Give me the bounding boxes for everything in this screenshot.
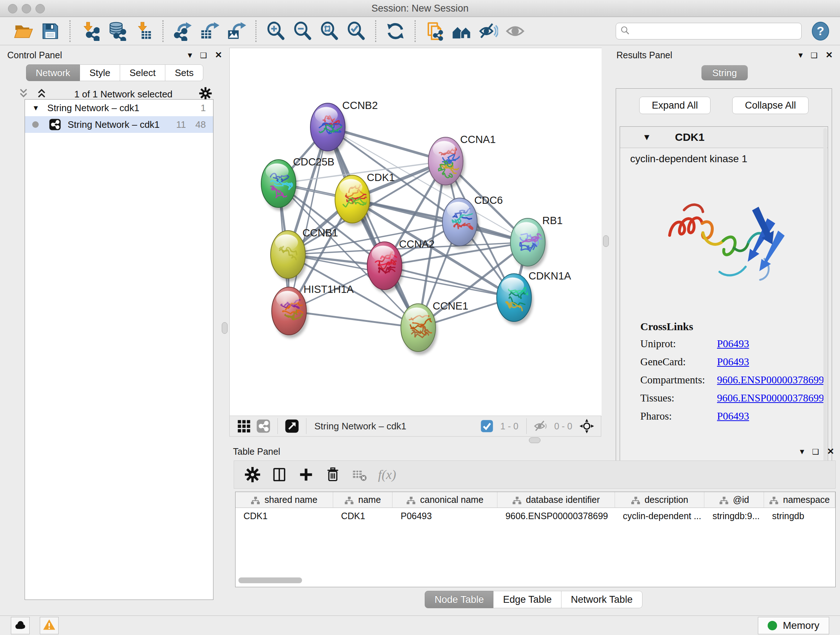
crosslink-link[interactable]: P06493	[717, 356, 749, 368]
table-settings-icon[interactable]	[243, 465, 262, 484]
node-label-CDC6: CDC6	[474, 195, 503, 206]
search-input[interactable]	[633, 26, 798, 36]
table-panel-close-icon[interactable]: ✕	[827, 447, 834, 456]
warnings-button[interactable]	[40, 617, 58, 634]
results-scrollbar[interactable]	[823, 128, 827, 463]
node-RB1[interactable]: RB1	[510, 215, 562, 269]
crosslink-label: Uniprot:	[640, 338, 717, 350]
column-header-name[interactable]: name	[333, 492, 393, 508]
control-panel-float-icon[interactable]: ❑	[200, 51, 207, 59]
tab-network-table[interactable]: Network Table	[561, 591, 643, 608]
help-icon[interactable]: ?	[811, 22, 830, 41]
network-canvas[interactable]: CCNB2 CCNA1 CDC25B CDK1 CDC6	[229, 48, 602, 416]
export-table-icon[interactable]	[198, 20, 221, 42]
table-cell: cyclin-dependent ...	[615, 508, 705, 524]
first-neighbors-icon[interactable]	[450, 20, 473, 42]
zoom-out-icon[interactable]	[291, 20, 314, 42]
column-header-canonical-name[interactable]: canonical name	[393, 492, 497, 508]
import-network-database-icon[interactable]	[105, 20, 128, 42]
crosslink-link[interactable]: 9606.ENSP00000378699	[717, 374, 824, 386]
import-network-file-icon[interactable]	[79, 20, 101, 42]
column-header-shared-name[interactable]: shared name	[235, 492, 333, 508]
crosslinks-heading: CrossLinks	[640, 320, 828, 333]
control-panel-menu-icon[interactable]: ▾	[188, 51, 192, 59]
protein-card-header[interactable]: ▼ CDK1	[620, 127, 828, 148]
expand-all-button[interactable]: Expand All	[639, 97, 711, 114]
left-splitter-handle[interactable]	[222, 322, 227, 334]
split-columns-icon[interactable]	[270, 465, 289, 484]
results-panel-float-icon[interactable]: ❑	[811, 51, 818, 59]
main-toolbar: ?	[0, 17, 840, 45]
hide-selected-icon[interactable]	[477, 20, 500, 42]
table-hscrollbar-thumb[interactable]	[238, 578, 302, 583]
delete-column-icon[interactable]	[324, 465, 342, 484]
control-panel: Control Panel ▾ ❑ ✕ NetworkStyleSelectSe…	[4, 48, 225, 613]
crosslink-link[interactable]: 9606.ENSP00000378699	[717, 392, 824, 404]
table-toolbar: f(x)	[234, 461, 836, 489]
table-panel-float-icon[interactable]: ❑	[812, 448, 819, 455]
export-image-icon[interactable]	[225, 20, 248, 42]
collapse-all-button[interactable]: Collapse All	[732, 97, 808, 114]
toolbar-separator	[375, 20, 376, 42]
add-column-icon[interactable]	[297, 465, 316, 484]
table-row[interactable]: CDK1CDK1P064939606.ENSP00000378699cyclin…	[235, 508, 835, 524]
network-graph[interactable]: CCNB2 CCNA1 CDC25B CDK1 CDC6	[230, 48, 602, 416]
column-header-@id[interactable]: @id	[704, 492, 764, 508]
node-CDC6[interactable]: CDC6	[442, 195, 503, 249]
crosslinks-rows: Uniprot: P06493 GeneCard: P06493 Compart…	[640, 338, 828, 422]
zoom-selected-icon[interactable]	[345, 20, 367, 42]
collection-expand-icon[interactable]: ▼	[32, 104, 39, 112]
crosslink-link[interactable]: P06493	[717, 410, 749, 422]
zoom-in-icon[interactable]	[264, 20, 287, 42]
crosslink-label: Compartments:	[640, 374, 717, 386]
node-CCNA1[interactable]: CCNA1	[428, 134, 496, 188]
open-session-icon[interactable]	[12, 20, 35, 42]
toolbar-separator	[256, 20, 256, 42]
tab-network[interactable]: Network	[26, 65, 80, 81]
export-network-icon[interactable]	[172, 20, 194, 42]
node-CCNB2[interactable]: CCNB2	[310, 100, 378, 154]
right-splitter-handle[interactable]	[603, 235, 609, 247]
network-collection-row[interactable]: ▼ String Network – cdk1 1	[25, 100, 213, 116]
tab-string[interactable]: String	[701, 65, 748, 80]
network-row[interactable]: String Network – cdk1 11 48	[25, 116, 213, 133]
memory-status-dot	[767, 621, 777, 630]
clone-network-icon[interactable]	[424, 20, 446, 42]
cloud-status-button[interactable]	[11, 617, 30, 634]
memory-button[interactable]: Memory	[758, 617, 829, 634]
import-table-file-icon[interactable]	[132, 20, 155, 42]
zoom-fit-icon[interactable]	[318, 20, 340, 42]
detach-view-icon[interactable]	[284, 418, 300, 434]
column-header-namespace[interactable]: namespace	[764, 492, 835, 508]
node-CCNE1[interactable]: CCNE1	[401, 300, 468, 355]
tab-node-table[interactable]: Node Table	[425, 591, 493, 608]
column-header-label: canonical name	[420, 494, 483, 505]
fit-selected-target-icon[interactable]	[579, 418, 595, 434]
horizontal-splitter-handle[interactable]	[529, 437, 540, 443]
control-panel-close-icon[interactable]: ✕	[215, 51, 222, 59]
column-type-icon	[631, 496, 640, 504]
table-cell: CDK1	[235, 508, 333, 524]
tab-sets[interactable]: Sets	[165, 65, 203, 81]
save-session-icon[interactable]	[39, 20, 62, 42]
node-HIST1H1A[interactable]: HIST1H1A	[272, 283, 354, 338]
selected-checkbox[interactable]	[479, 418, 495, 434]
title-bar: Session: New Session	[0, 0, 840, 17]
node-CCNB1[interactable]: CCNB1	[271, 227, 338, 282]
birdseye-share-icon[interactable]	[256, 418, 271, 434]
protein-collapse-icon[interactable]: ▼	[643, 132, 651, 142]
tab-select[interactable]: Select	[120, 65, 165, 81]
table-panel-menu-icon[interactable]: ▾	[800, 447, 804, 456]
node-CDKN1A[interactable]: CDKN1A	[497, 270, 571, 325]
column-header-description[interactable]: description	[615, 492, 705, 508]
tab-style[interactable]: Style	[80, 65, 120, 81]
results-panel-close-icon[interactable]: ✕	[826, 51, 833, 59]
memory-label: Memory	[783, 620, 819, 631]
results-panel-menu-icon[interactable]: ▾	[798, 51, 803, 59]
birdseye-grid-icon[interactable]	[236, 418, 252, 434]
crosslink-link[interactable]: P06493	[717, 338, 749, 350]
column-header-database-identifier[interactable]: database identifier	[497, 492, 615, 508]
toolbar-search-field[interactable]	[616, 23, 802, 40]
apply-layout-icon[interactable]	[384, 20, 407, 42]
tab-edge-table[interactable]: Edge Table	[493, 591, 561, 608]
